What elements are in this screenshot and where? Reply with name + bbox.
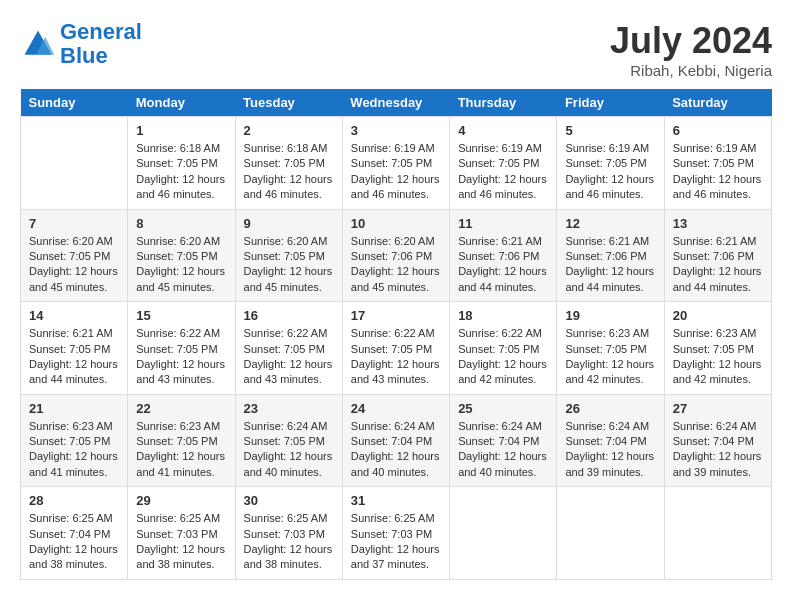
- day-number: 12: [565, 216, 655, 231]
- day-info: Sunrise: 6:21 AMSunset: 7:06 PMDaylight:…: [458, 234, 548, 296]
- day-info: Sunrise: 6:25 AMSunset: 7:03 PMDaylight:…: [244, 511, 334, 573]
- week-row: 7Sunrise: 6:20 AMSunset: 7:05 PMDaylight…: [21, 209, 772, 302]
- location: Ribah, Kebbi, Nigeria: [610, 62, 772, 79]
- day-info: Sunrise: 6:24 AMSunset: 7:04 PMDaylight:…: [458, 419, 548, 481]
- calendar-cell: 10Sunrise: 6:20 AMSunset: 7:06 PMDayligh…: [342, 209, 449, 302]
- calendar-cell: [557, 487, 664, 580]
- day-number: 16: [244, 308, 334, 323]
- week-row: 21Sunrise: 6:23 AMSunset: 7:05 PMDayligh…: [21, 394, 772, 487]
- day-info: Sunrise: 6:19 AMSunset: 7:05 PMDaylight:…: [565, 141, 655, 203]
- calendar-cell: 5Sunrise: 6:19 AMSunset: 7:05 PMDaylight…: [557, 117, 664, 210]
- day-info: Sunrise: 6:22 AMSunset: 7:05 PMDaylight:…: [244, 326, 334, 388]
- day-number: 5: [565, 123, 655, 138]
- day-info: Sunrise: 6:18 AMSunset: 7:05 PMDaylight:…: [136, 141, 226, 203]
- day-number: 14: [29, 308, 119, 323]
- logo-text: General Blue: [60, 20, 142, 68]
- calendar-cell: 13Sunrise: 6:21 AMSunset: 7:06 PMDayligh…: [664, 209, 771, 302]
- day-number: 1: [136, 123, 226, 138]
- day-number: 9: [244, 216, 334, 231]
- calendar-cell: 25Sunrise: 6:24 AMSunset: 7:04 PMDayligh…: [450, 394, 557, 487]
- day-number: 7: [29, 216, 119, 231]
- calendar-cell: [664, 487, 771, 580]
- day-info: Sunrise: 6:25 AMSunset: 7:03 PMDaylight:…: [351, 511, 441, 573]
- week-row: 14Sunrise: 6:21 AMSunset: 7:05 PMDayligh…: [21, 302, 772, 395]
- calendar-cell: 21Sunrise: 6:23 AMSunset: 7:05 PMDayligh…: [21, 394, 128, 487]
- day-info: Sunrise: 6:23 AMSunset: 7:05 PMDaylight:…: [136, 419, 226, 481]
- day-number: 18: [458, 308, 548, 323]
- calendar-cell: 4Sunrise: 6:19 AMSunset: 7:05 PMDaylight…: [450, 117, 557, 210]
- day-info: Sunrise: 6:24 AMSunset: 7:04 PMDaylight:…: [351, 419, 441, 481]
- day-number: 31: [351, 493, 441, 508]
- day-info: Sunrise: 6:21 AMSunset: 7:06 PMDaylight:…: [565, 234, 655, 296]
- day-info: Sunrise: 6:24 AMSunset: 7:04 PMDaylight:…: [565, 419, 655, 481]
- weekday-header: Thursday: [450, 89, 557, 117]
- week-row: 1Sunrise: 6:18 AMSunset: 7:05 PMDaylight…: [21, 117, 772, 210]
- day-number: 8: [136, 216, 226, 231]
- calendar-cell: 24Sunrise: 6:24 AMSunset: 7:04 PMDayligh…: [342, 394, 449, 487]
- logo-line2: Blue: [60, 43, 108, 68]
- day-number: 13: [673, 216, 763, 231]
- calendar-cell: 23Sunrise: 6:24 AMSunset: 7:05 PMDayligh…: [235, 394, 342, 487]
- weekday-header: Wednesday: [342, 89, 449, 117]
- calendar-cell: [21, 117, 128, 210]
- calendar-header: SundayMondayTuesdayWednesdayThursdayFrid…: [21, 89, 772, 117]
- calendar-cell: 15Sunrise: 6:22 AMSunset: 7:05 PMDayligh…: [128, 302, 235, 395]
- day-number: 21: [29, 401, 119, 416]
- logo-icon: [20, 26, 56, 62]
- day-info: Sunrise: 6:25 AMSunset: 7:03 PMDaylight:…: [136, 511, 226, 573]
- calendar-cell: 19Sunrise: 6:23 AMSunset: 7:05 PMDayligh…: [557, 302, 664, 395]
- calendar-cell: 6Sunrise: 6:19 AMSunset: 7:05 PMDaylight…: [664, 117, 771, 210]
- weekday-header: Monday: [128, 89, 235, 117]
- week-row: 28Sunrise: 6:25 AMSunset: 7:04 PMDayligh…: [21, 487, 772, 580]
- calendar-cell: 18Sunrise: 6:22 AMSunset: 7:05 PMDayligh…: [450, 302, 557, 395]
- calendar-cell: 12Sunrise: 6:21 AMSunset: 7:06 PMDayligh…: [557, 209, 664, 302]
- calendar-cell: 30Sunrise: 6:25 AMSunset: 7:03 PMDayligh…: [235, 487, 342, 580]
- calendar-cell: 14Sunrise: 6:21 AMSunset: 7:05 PMDayligh…: [21, 302, 128, 395]
- weekday-header: Sunday: [21, 89, 128, 117]
- calendar-cell: 31Sunrise: 6:25 AMSunset: 7:03 PMDayligh…: [342, 487, 449, 580]
- day-number: 26: [565, 401, 655, 416]
- calendar-cell: 20Sunrise: 6:23 AMSunset: 7:05 PMDayligh…: [664, 302, 771, 395]
- day-info: Sunrise: 6:23 AMSunset: 7:05 PMDaylight:…: [29, 419, 119, 481]
- day-number: 2: [244, 123, 334, 138]
- calendar-cell: 17Sunrise: 6:22 AMSunset: 7:05 PMDayligh…: [342, 302, 449, 395]
- calendar-cell: 22Sunrise: 6:23 AMSunset: 7:05 PMDayligh…: [128, 394, 235, 487]
- day-number: 15: [136, 308, 226, 323]
- weekday-header: Saturday: [664, 89, 771, 117]
- day-number: 30: [244, 493, 334, 508]
- day-info: Sunrise: 6:22 AMSunset: 7:05 PMDaylight:…: [351, 326, 441, 388]
- day-info: Sunrise: 6:19 AMSunset: 7:05 PMDaylight:…: [458, 141, 548, 203]
- day-info: Sunrise: 6:19 AMSunset: 7:05 PMDaylight:…: [673, 141, 763, 203]
- month-title: July 2024: [610, 20, 772, 62]
- day-info: Sunrise: 6:20 AMSunset: 7:05 PMDaylight:…: [29, 234, 119, 296]
- day-info: Sunrise: 6:23 AMSunset: 7:05 PMDaylight:…: [673, 326, 763, 388]
- calendar-table: SundayMondayTuesdayWednesdayThursdayFrid…: [20, 89, 772, 580]
- weekday-header: Tuesday: [235, 89, 342, 117]
- weekday-header: Friday: [557, 89, 664, 117]
- logo: General Blue: [20, 20, 142, 68]
- weekday-row: SundayMondayTuesdayWednesdayThursdayFrid…: [21, 89, 772, 117]
- day-info: Sunrise: 6:20 AMSunset: 7:05 PMDaylight:…: [244, 234, 334, 296]
- logo-line1: General: [60, 19, 142, 44]
- calendar-cell: 2Sunrise: 6:18 AMSunset: 7:05 PMDaylight…: [235, 117, 342, 210]
- day-number: 17: [351, 308, 441, 323]
- day-number: 3: [351, 123, 441, 138]
- day-info: Sunrise: 6:18 AMSunset: 7:05 PMDaylight:…: [244, 141, 334, 203]
- day-info: Sunrise: 6:24 AMSunset: 7:05 PMDaylight:…: [244, 419, 334, 481]
- day-number: 27: [673, 401, 763, 416]
- day-number: 28: [29, 493, 119, 508]
- calendar-cell: 27Sunrise: 6:24 AMSunset: 7:04 PMDayligh…: [664, 394, 771, 487]
- day-info: Sunrise: 6:23 AMSunset: 7:05 PMDaylight:…: [565, 326, 655, 388]
- day-info: Sunrise: 6:21 AMSunset: 7:05 PMDaylight:…: [29, 326, 119, 388]
- calendar-cell: 1Sunrise: 6:18 AMSunset: 7:05 PMDaylight…: [128, 117, 235, 210]
- day-number: 11: [458, 216, 548, 231]
- day-number: 4: [458, 123, 548, 138]
- day-info: Sunrise: 6:24 AMSunset: 7:04 PMDaylight:…: [673, 419, 763, 481]
- day-number: 19: [565, 308, 655, 323]
- calendar-cell: [450, 487, 557, 580]
- day-number: 20: [673, 308, 763, 323]
- calendar-cell: 11Sunrise: 6:21 AMSunset: 7:06 PMDayligh…: [450, 209, 557, 302]
- day-number: 22: [136, 401, 226, 416]
- day-number: 25: [458, 401, 548, 416]
- day-info: Sunrise: 6:22 AMSunset: 7:05 PMDaylight:…: [136, 326, 226, 388]
